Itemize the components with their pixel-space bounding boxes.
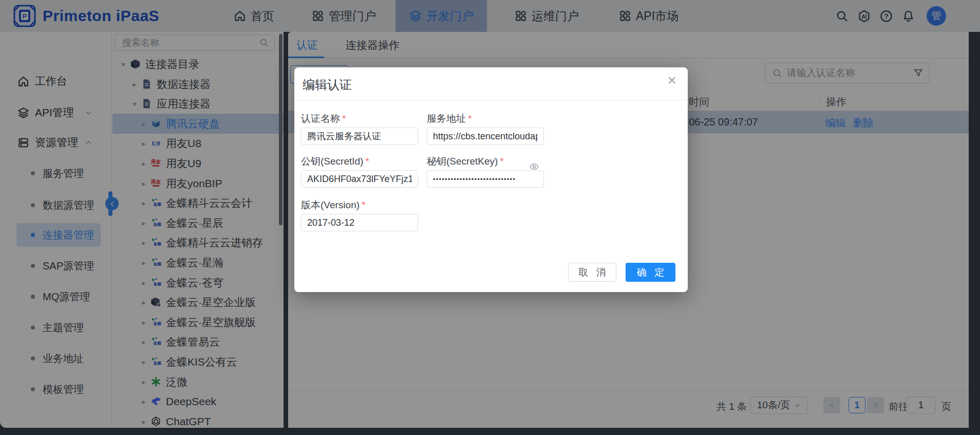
auth-name-input[interactable]	[301, 128, 418, 145]
modal-header-divider	[294, 100, 688, 101]
required-asterisk: *	[362, 200, 365, 210]
version-field: 版本(Version)*	[301, 198, 418, 231]
modal-footer: 取 消 确 定	[294, 263, 688, 282]
secret-id-label: 公钥(SecretId)	[301, 156, 363, 167]
secret-key-field: 秘钥(SecretKey)*	[427, 155, 544, 188]
required-asterisk: *	[468, 113, 472, 124]
secret-id-field: 公钥(SecretId)*	[301, 155, 418, 188]
service-address-field: 服务地址*	[427, 112, 544, 145]
confirm-button[interactable]: 确 定	[626, 263, 675, 282]
required-asterisk: *	[365, 156, 369, 167]
edit-auth-modal: 编辑认证 × 认证名称* 服务地址* 公钥(SecretId)* 秘钥(Secr…	[294, 67, 688, 292]
eye-icon[interactable]	[529, 161, 539, 172]
service-address-input[interactable]	[427, 128, 544, 145]
required-asterisk: *	[342, 113, 346, 124]
required-asterisk: *	[500, 156, 503, 167]
service-address-label: 服务地址	[427, 113, 466, 124]
version-input[interactable]	[301, 214, 418, 231]
auth-name-label: 认证名称	[301, 113, 340, 124]
secret-key-label: 秘钥(SecretKey)	[427, 156, 498, 167]
secret-id-input[interactable]	[301, 170, 418, 188]
close-icon[interactable]: ×	[667, 72, 676, 88]
cancel-button[interactable]: 取 消	[568, 263, 616, 282]
version-label: 版本(Version)	[301, 200, 360, 210]
secret-key-input[interactable]	[427, 170, 544, 188]
auth-name-field: 认证名称*	[301, 112, 418, 145]
modal-title: 编辑认证	[303, 77, 352, 93]
